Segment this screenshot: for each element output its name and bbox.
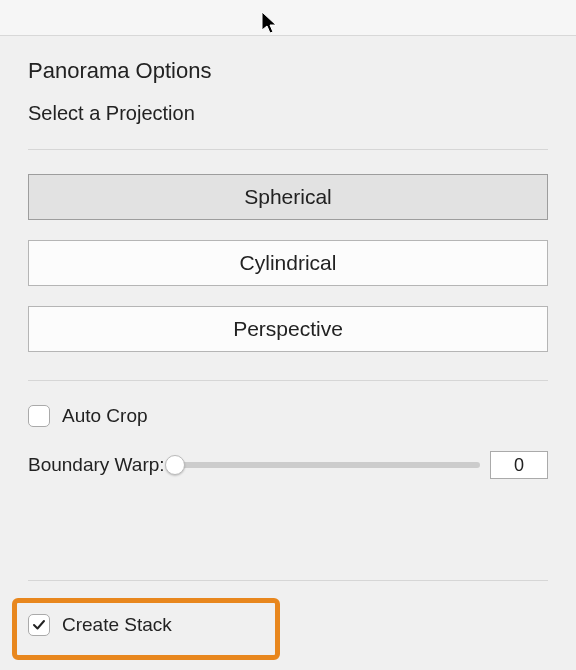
divider [28, 580, 548, 581]
projection-spherical-button[interactable]: Spherical [28, 174, 548, 220]
create-stack-row: Create Stack [28, 614, 172, 636]
top-bar [0, 0, 576, 36]
checkmark-icon [32, 618, 46, 632]
auto-crop-row: Auto Crop [28, 405, 548, 427]
projection-list: Spherical Cylindrical Perspective [28, 174, 548, 352]
divider [28, 380, 548, 381]
create-stack-checkbox[interactable] [28, 614, 50, 636]
projection-cylindrical-button[interactable]: Cylindrical [28, 240, 548, 286]
panorama-options-panel: Panorama Options Select a Projection Sph… [0, 36, 576, 479]
create-stack-label: Create Stack [62, 614, 172, 636]
boundary-warp-label: Boundary Warp: [28, 454, 165, 476]
auto-crop-checkbox[interactable] [28, 405, 50, 427]
boundary-warp-input[interactable] [490, 451, 548, 479]
slider-thumb[interactable] [165, 455, 185, 475]
projection-perspective-button[interactable]: Perspective [28, 306, 548, 352]
panel-subtitle: Select a Projection [28, 102, 548, 125]
boundary-warp-row: Boundary Warp: [28, 451, 548, 479]
panel-title: Panorama Options [28, 58, 548, 84]
auto-crop-label: Auto Crop [62, 405, 148, 427]
boundary-warp-slider[interactable] [175, 462, 480, 468]
divider [28, 149, 548, 150]
